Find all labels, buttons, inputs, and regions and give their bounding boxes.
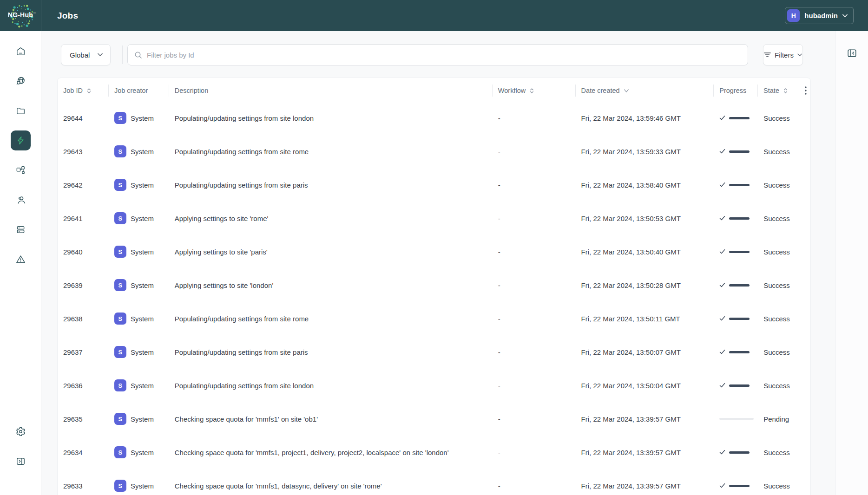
creator-avatar: S: [114, 313, 126, 325]
table-row[interactable]: 29635 S System Checking space quota for …: [58, 402, 810, 436]
job-id-cell: 29640: [58, 248, 109, 256]
job-id-cell: 29639: [58, 281, 109, 289]
sidebar-item-resources[interactable]: [11, 71, 31, 91]
description-cell: Checking space quota for 'mmfs1, project…: [169, 449, 493, 456]
check-icon: [719, 115, 725, 121]
scope-selector[interactable]: Global: [61, 44, 111, 65]
progress-indicator: [719, 383, 750, 388]
panel-collapse-icon: [15, 456, 26, 467]
creator-avatar: S: [114, 246, 126, 258]
date-created-cell: Fri, 22 Mar 2024, 13:50:40 GMT: [576, 248, 714, 256]
progress-cell: [714, 182, 758, 188]
job-id-cell: 29637: [58, 348, 109, 356]
state-cell: Success: [758, 248, 795, 256]
jobs-table: Job ID Job creator Description Workflow …: [57, 78, 811, 495]
progress-bar: [719, 418, 754, 420]
table-options-button[interactable]: [801, 84, 810, 97]
right-panel-toggle-button[interactable]: [844, 45, 860, 61]
table-row[interactable]: 29637 S System Populating/updating setti…: [58, 335, 810, 369]
table-row[interactable]: 29636 S System Populating/updating setti…: [58, 369, 810, 402]
creator-avatar: S: [114, 179, 126, 191]
date-created-cell: Fri, 22 Mar 2024, 13:50:28 GMT: [576, 281, 714, 289]
table-row[interactable]: 29634 S System Checking space quota for …: [58, 436, 810, 469]
sidebar-collapse-button[interactable]: [11, 451, 31, 471]
globe-search-icon: [15, 76, 26, 86]
chevron-down-icon: [98, 53, 103, 57]
job-id-cell: 29638: [58, 315, 109, 323]
date-created-cell: Fri, 22 Mar 2024, 13:50:11 GMT: [576, 315, 714, 323]
user-avatar: H: [787, 9, 800, 22]
sidebar-item-users[interactable]: [11, 190, 31, 210]
lightning-icon: [15, 135, 26, 146]
users-icon: [15, 195, 26, 205]
progress-bar: [729, 384, 750, 387]
check-icon: [719, 149, 725, 154]
column-header-date-created[interactable]: Date created: [576, 85, 714, 97]
progress-cell: [714, 282, 758, 288]
column-header-state[interactable]: State: [758, 85, 795, 97]
table-body: 29644 S System Populating/updating setti…: [58, 101, 810, 495]
progress-cell: [714, 449, 758, 455]
column-header-workflow[interactable]: Workflow: [493, 85, 576, 97]
table-row[interactable]: 29639 S System Applying settings to site…: [58, 268, 810, 302]
job-creator-cell: S System: [109, 212, 169, 224]
table-row[interactable]: 29643 S System Populating/updating setti…: [58, 135, 810, 168]
description-cell: Populating/updating settings from site p…: [169, 348, 493, 356]
table-row[interactable]: 29644 S System Populating/updating setti…: [58, 101, 810, 135]
job-id-cell: 29643: [58, 148, 109, 156]
description-cell: Populating/updating settings from site r…: [169, 315, 493, 323]
scope-value: Global: [70, 51, 90, 59]
progress-bar: [729, 485, 750, 487]
creator-avatar: S: [114, 212, 126, 224]
job-creator-cell: S System: [109, 413, 169, 425]
sidebar-item-workflows[interactable]: [11, 160, 31, 180]
job-creator-cell: S System: [109, 112, 169, 124]
job-id-cell: 29642: [58, 181, 109, 189]
workflow-cell: -: [493, 181, 576, 189]
filters-label: Filters: [775, 51, 794, 59]
progress-indicator: [719, 282, 750, 288]
table-row[interactable]: 29642 S System Populating/updating setti…: [58, 168, 810, 202]
description-cell: Checking space quota for 'mmfs1' on site…: [169, 415, 493, 423]
search-input[interactable]: [147, 51, 741, 59]
progress-indicator: [719, 349, 750, 355]
creator-avatar: S: [114, 145, 126, 157]
sidebar-item-folders[interactable]: [11, 101, 31, 121]
main-content: Global Filters Job ID Job cre: [41, 31, 835, 495]
sidebar-item-alerts[interactable]: [11, 249, 31, 269]
check-icon: [719, 449, 725, 455]
progress-indicator: [719, 418, 754, 420]
progress-bar: [729, 451, 750, 454]
progress-cell: [714, 316, 758, 321]
creator-avatar: S: [114, 480, 126, 492]
check-icon: [719, 249, 725, 254]
table-header-row: Job ID Job creator Description Workflow …: [58, 78, 810, 101]
creator-avatar: S: [114, 279, 126, 291]
sidebar-item-jobs[interactable]: [11, 130, 31, 150]
check-icon: [719, 316, 725, 321]
workflow-cell: -: [493, 348, 576, 356]
sidebar-item-home[interactable]: [11, 41, 31, 61]
table-row[interactable]: 29640 S System Applying settings to site…: [58, 235, 810, 268]
progress-cell: [714, 249, 758, 254]
sidebar-item-storage[interactable]: [11, 220, 31, 240]
right-rail: [835, 31, 868, 495]
check-icon: [719, 282, 725, 288]
user-menu[interactable]: H hubadmin: [785, 7, 854, 24]
table-row[interactable]: 29638 S System Populating/updating setti…: [58, 302, 810, 335]
sidebar-item-settings[interactable]: [11, 422, 31, 442]
creator-avatar: S: [114, 379, 126, 391]
description-cell: Applying settings to site 'london': [169, 281, 493, 289]
servers-icon: [15, 224, 26, 235]
table-row[interactable]: 29633 S System Checking space quota for …: [58, 469, 810, 495]
date-created-cell: Fri, 22 Mar 2024, 13:59:33 GMT: [576, 148, 714, 156]
workflow-cell: -: [493, 415, 576, 423]
column-header-job-id[interactable]: Job ID: [58, 85, 109, 97]
progress-bar: [729, 150, 750, 153]
filters-button[interactable]: Filters: [763, 44, 803, 65]
progress-indicator: [719, 215, 750, 221]
creator-avatar: S: [114, 413, 126, 425]
table-row[interactable]: 29641 S System Applying settings to site…: [58, 202, 810, 235]
job-creator-cell: S System: [109, 446, 169, 458]
state-cell: Success: [758, 114, 795, 122]
